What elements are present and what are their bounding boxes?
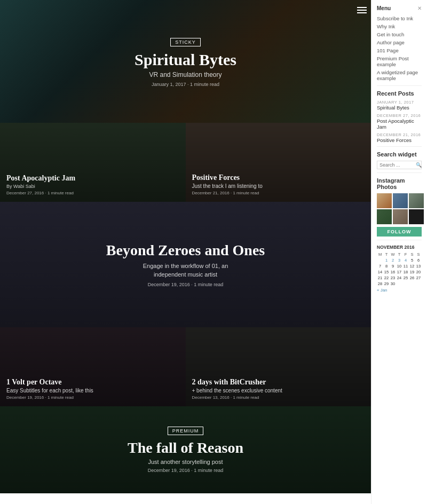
cal-cell: 8: [383, 263, 390, 269]
sidebar-recent-date-1: JANUARY 1, 2017: [377, 100, 422, 105]
cal-cell: 9: [390, 263, 396, 269]
sidebar-divider-3: [377, 172, 422, 173]
premium-badge: PREMIUM: [168, 427, 204, 435]
instagram-photo-2[interactable]: [393, 193, 408, 208]
cal-header-s2: S: [415, 251, 422, 257]
right-col-subtitle: Just the track I am listening to: [192, 183, 365, 189]
cal-cell: 25: [402, 275, 409, 281]
instagram-photo-3[interactable]: [409, 193, 424, 208]
sidebar-item-premium[interactable]: Premium Post example: [377, 54, 422, 68]
cal-cell: [415, 281, 422, 287]
cal-cell: 23: [390, 275, 396, 281]
right-col-post[interactable]: Positive Forces Just the track I am list…: [186, 123, 371, 202]
hamburger-menu-button[interactable]: [357, 5, 367, 15]
cal-cell: [402, 281, 409, 287]
calendar-month-label: NOVEMBER 2016: [377, 245, 422, 250]
sidebar-search-box: 🔍: [377, 161, 422, 169]
cal-cell: 12: [409, 263, 415, 269]
sidebar-divider-1: [377, 85, 422, 86]
cal-row-2: 7 8 9 10 11 12 13: [377, 263, 422, 269]
premium-post-title: The fall of Reason: [128, 439, 243, 456]
bottom-right-meta: December 13, 2016 · 1 minute read: [192, 395, 365, 400]
cal-cell[interactable]: 1: [383, 257, 390, 263]
left-col-post[interactable]: Post Apocalyptic Jam By Wabi Sabi Decemb…: [0, 123, 186, 202]
cal-cell: 10: [396, 263, 402, 269]
premium-post-subtitle: Just another storytelling post: [148, 459, 223, 465]
sidebar-item-widgetized[interactable]: A widgetized page example: [377, 68, 422, 82]
hamburger-line: [357, 10, 367, 11]
sidebar-item-why[interactable]: Why Ink: [377, 22, 422, 30]
calendar-table: M T W T F S S 1 2 3 4 5 6: [377, 251, 422, 287]
sidebar-item-101[interactable]: 101 Page: [377, 46, 422, 54]
sidebar-recent-post-2[interactable]: DECEMBER 27, 2016 Post Apocalyptic Jam: [377, 113, 422, 130]
wide-post-meta: December 19, 2016 · 1 minute read: [148, 282, 224, 287]
sidebar-close-icon[interactable]: ✕: [417, 5, 422, 11]
cal-cell[interactable]: 3: [396, 257, 402, 263]
cal-cell: 21: [377, 275, 383, 281]
cal-cell: 30: [390, 281, 396, 287]
sidebar-item-author[interactable]: Author page: [377, 38, 422, 46]
wide-post-title: Beyond Zeroes and Ones: [106, 242, 265, 259]
cal-cell[interactable]: 4: [402, 257, 409, 263]
hero-post[interactable]: STICKY Spiritual Bytes VR and Simulation…: [0, 0, 371, 123]
cal-cell: 24: [396, 275, 402, 281]
cal-cell: 14: [377, 269, 383, 275]
cal-cell: 16: [390, 269, 396, 275]
sidebar-item-subscribe[interactable]: Subscribe to Ink: [377, 14, 422, 22]
cal-cell: 15: [383, 269, 390, 275]
bottom-left-subtitle: Easy Subtitles for each post, like this: [6, 388, 179, 393]
sidebar-recent-date-3: DECEMBER 21, 2016: [377, 132, 422, 137]
instagram-photo-5[interactable]: [393, 209, 408, 224]
cal-cell: 6: [415, 257, 422, 263]
cal-header-t2: T: [396, 251, 402, 257]
cal-cell: [377, 257, 383, 263]
calendar-section: NOVEMBER 2016 M T W T F S S 1 2 3: [377, 245, 422, 293]
cal-cell: 11: [402, 263, 409, 269]
instagram-photo-1[interactable]: [377, 193, 392, 208]
hamburger-line: [357, 7, 367, 8]
cal-row-1: 1 2 3 4 5 6: [377, 257, 422, 263]
follow-button[interactable]: FOLLOW: [377, 227, 422, 237]
cal-cell[interactable]: 2: [390, 257, 396, 263]
sidebar-item-contact[interactable]: Get in touch: [377, 30, 422, 38]
cal-cell: [409, 281, 415, 287]
cal-cell: 28: [377, 281, 383, 287]
left-col-title: Post Apocalyptic Jam: [6, 174, 179, 183]
hero-post-title: Spiritual Bytes: [135, 51, 236, 69]
sidebar-divider-2: [377, 146, 422, 147]
sidebar-search-input[interactable]: [379, 162, 416, 168]
sidebar-recent-date-2: DECEMBER 27, 2016: [377, 113, 422, 118]
bottom-left-post[interactable]: 1 Volt per Octave Easy Subtitles for eac…: [0, 327, 186, 406]
hero-post-meta: January 1, 2017 · 1 minute read: [135, 82, 236, 87]
sidebar-recent-post-1[interactable]: JANUARY 1, 2017 Spiritual Bytes: [377, 100, 422, 111]
cal-cell: 29: [383, 281, 390, 287]
instagram-photo-4[interactable]: [377, 209, 392, 224]
premium-post-meta: December 19, 2016 · 1 minute read: [148, 468, 224, 473]
premium-post[interactable]: PREMIUM The fall of Reason Just another …: [0, 406, 371, 493]
cal-header-t: T: [383, 251, 390, 257]
cal-header-m: M: [377, 251, 383, 257]
cal-cell: 27: [415, 275, 422, 281]
sidebar-recent-post-3[interactable]: DECEMBER 21, 2016 Positive Forces: [377, 132, 422, 143]
calendar-prev-link[interactable]: « Jan: [377, 288, 422, 293]
two-col-posts: Post Apocalyptic Jam By Wabi Sabi Decemb…: [0, 123, 371, 202]
sticky-badge: STICKY: [170, 38, 201, 46]
sidebar-divider-4: [377, 240, 422, 240]
sidebar-recent-title-1: Spiritual Bytes: [377, 105, 422, 111]
wide-feature-post[interactable]: Beyond Zeroes and Ones Engage in the wor…: [0, 202, 371, 327]
cal-cell: 17: [396, 269, 402, 275]
instagram-photo-6[interactable]: [409, 209, 424, 224]
sidebar-recent-posts-title: Recent Posts: [377, 90, 422, 97]
left-col-author: By Wabi Sabi: [6, 184, 179, 189]
right-col-title: Positive Forces: [192, 174, 365, 182]
sidebar-menu-label: Menu: [377, 5, 391, 11]
wide-post-subtitle: Engage in the workflow of 01, anindepend…: [143, 262, 228, 279]
sidebar: Menu ✕ Subscribe to Ink Why Ink Get in t…: [371, 0, 427, 504]
cal-cell: 18: [402, 269, 409, 275]
bottom-right-post[interactable]: 2 days with BitCrusher + behind the scen…: [186, 327, 371, 406]
cal-cell: 13: [415, 263, 422, 269]
left-col-meta: December 27, 2016 · 1 minute read: [6, 191, 179, 195]
sidebar-recent-title-2: Post Apocalyptic Jam: [377, 118, 422, 130]
sidebar-nav: Subscribe to Ink Why Ink Get in touch Au…: [377, 14, 422, 82]
hero-post-subtitle: VR and Simulation theory: [135, 71, 236, 78]
